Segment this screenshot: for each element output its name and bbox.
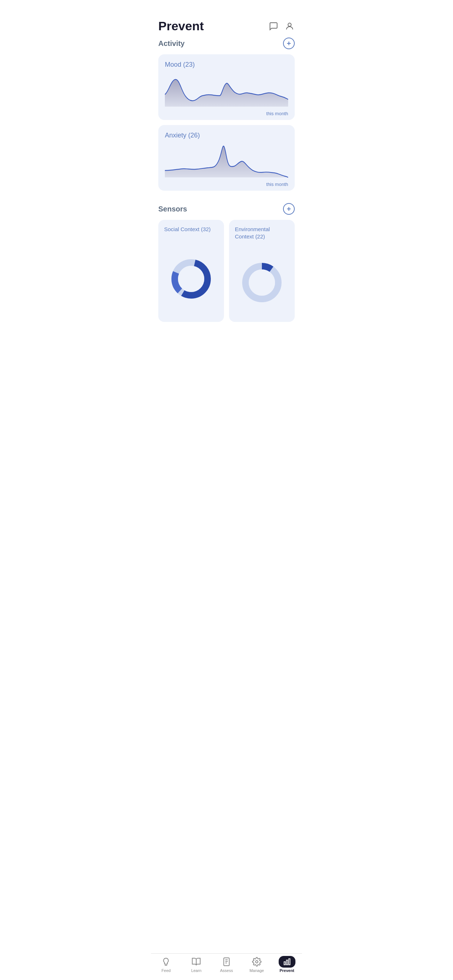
add-activity-button[interactable]: [283, 38, 295, 49]
anxiety-chart-area: [165, 143, 288, 180]
sensors-section: Sensors Social Context (32): [151, 203, 302, 358]
message-icon[interactable]: [268, 21, 279, 31]
page-title: Prevent: [158, 19, 204, 33]
sensors-title: Sensors: [158, 205, 187, 213]
social-context-chart: [164, 242, 218, 317]
environmental-context-card: Environmental Context (22): [229, 220, 295, 322]
environmental-context-chart: [235, 249, 289, 316]
activity-section-header: Activity: [158, 38, 295, 49]
social-context-label: Social Context (32): [164, 226, 211, 233]
sensors-section-header: Sensors: [158, 203, 295, 215]
social-context-card: Social Context (32): [158, 220, 224, 322]
svg-point-12: [249, 269, 275, 296]
add-sensor-button[interactable]: [283, 203, 295, 215]
profile-icon[interactable]: [284, 21, 295, 31]
mood-chart-label: Mood (23): [165, 61, 288, 68]
status-bar: [151, 0, 302, 16]
sensor-cards: Social Context (32): [158, 220, 295, 322]
header: Prevent: [151, 16, 302, 38]
svg-point-9: [178, 266, 204, 292]
activity-title: Activity: [158, 40, 185, 48]
mood-chart-area: [165, 72, 288, 109]
mood-chart-footer: this month: [165, 111, 288, 116]
activity-section: Activity Mood (23): [151, 38, 302, 203]
svg-point-0: [288, 23, 292, 26]
mood-chart-card: Mood (23) this month: [158, 54, 295, 120]
header-icons: [268, 21, 295, 31]
anxiety-chart-card: Anxiety (26) this month: [158, 125, 295, 191]
anxiety-chart-label: Anxiety (26): [165, 132, 288, 139]
anxiety-chart-footer: this month: [165, 181, 288, 187]
environmental-context-label: Environmental Context (22): [235, 226, 289, 240]
